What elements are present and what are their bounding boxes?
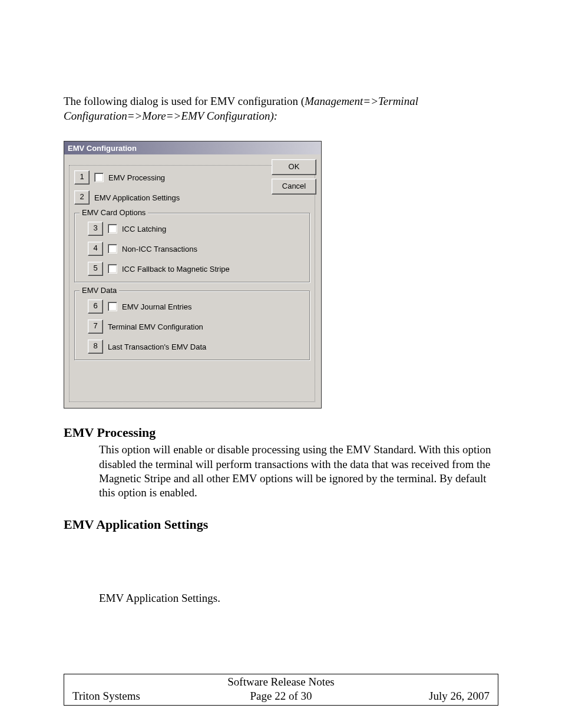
checkbox-icc-fallback[interactable] xyxy=(108,264,117,274)
cancel-button[interactable]: Cancel xyxy=(272,179,316,195)
heading-emv-app-settings: EMV Application Settings xyxy=(64,517,498,532)
label-emv-journal-entries: EMV Journal Entries xyxy=(122,302,192,311)
group-emv-card-options: EMV Card Options 3 ICC Latching 4 Non-IC… xyxy=(74,213,310,282)
num-button-7[interactable]: 7 xyxy=(88,319,103,334)
legend-emv-data: EMV Data xyxy=(80,286,119,295)
body-emv-app-settings: EMV Application Settings. xyxy=(99,591,498,605)
dialog-bottom-pad xyxy=(74,360,310,396)
label-non-icc-transactions: Non-ICC Transactions xyxy=(122,245,197,253)
num-button-4[interactable]: 4 xyxy=(88,242,103,256)
body-emv-processing: This option will enable or disable proce… xyxy=(99,443,498,500)
label-terminal-emv-config: Terminal EMV Configuration xyxy=(108,322,203,331)
dialog-body: OK Cancel 1 EMV Processing 2 xyxy=(64,154,321,408)
num-button-2[interactable]: 2 xyxy=(74,190,90,205)
footer-mid: Page 22 of 30 xyxy=(211,690,351,703)
checkbox-non-icc-transactions[interactable] xyxy=(108,244,117,253)
dialog-main-frame: 1 EMV Processing 2 EMV Application Setti… xyxy=(69,165,315,402)
intro-paragraph: The following dialog is used for EMV con… xyxy=(64,94,498,123)
label-emv-app-settings: EMV Application Settings xyxy=(94,193,180,202)
label-last-transaction-emv-data: Last Transaction's EMV Data xyxy=(108,342,206,351)
emv-config-dialog: EMV Configuration OK Cancel 1 EMV Proces xyxy=(64,141,322,409)
row-non-icc-transactions: 4 Non-ICC Transactions xyxy=(88,242,305,256)
num-button-6[interactable]: 6 xyxy=(88,299,103,314)
num-button-3[interactable]: 3 xyxy=(88,222,103,236)
row-emv-journal-entries: 6 EMV Journal Entries xyxy=(88,299,305,314)
num-button-5[interactable]: 5 xyxy=(88,262,103,276)
footer-right: July 26, 2007 xyxy=(351,690,490,703)
checkbox-emv-journal-entries[interactable] xyxy=(108,302,117,311)
group-emv-data: EMV Data 6 EMV Journal Entries 7 Termina… xyxy=(74,291,310,360)
legend-emv-card-options: EMV Card Options xyxy=(80,208,148,217)
footer-title: Software Release Notes xyxy=(72,676,490,689)
footer-left: Triton Systems xyxy=(72,690,211,703)
heading-emv-processing: EMV Processing xyxy=(64,425,498,440)
row-icc-fallback: 5 ICC Fallback to Magnetic Stripe xyxy=(88,262,305,276)
num-button-1[interactable]: 1 xyxy=(74,170,90,185)
page-footer: Software Release Notes Triton Systems Pa… xyxy=(64,674,498,706)
ok-button[interactable]: OK xyxy=(272,159,316,175)
row-terminal-emv-config: 7 Terminal EMV Configuration xyxy=(88,319,305,334)
dialog-title: EMV Configuration xyxy=(68,144,137,153)
dialog-action-buttons: OK Cancel xyxy=(272,159,315,198)
row-icc-latching: 3 ICC Latching xyxy=(88,222,305,236)
dialog-wrap: EMV Configuration OK Cancel 1 EMV Proces xyxy=(64,141,498,409)
dialog-titlebar: EMV Configuration xyxy=(64,141,321,154)
checkbox-emv-processing[interactable] xyxy=(94,173,104,182)
label-icc-fallback: ICC Fallback to Magnetic Stripe xyxy=(122,265,230,274)
document-page: The following dialog is used for EMV con… xyxy=(0,0,562,728)
label-icc-latching: ICC Latching xyxy=(122,225,166,233)
label-emv-processing: EMV Processing xyxy=(108,173,165,182)
row-last-transaction-emv-data: 8 Last Transaction's EMV Data xyxy=(88,340,305,354)
num-button-8[interactable]: 8 xyxy=(88,340,103,354)
checkbox-icc-latching[interactable] xyxy=(108,224,117,233)
intro-text: The following dialog is used for EMV con… xyxy=(64,95,305,107)
